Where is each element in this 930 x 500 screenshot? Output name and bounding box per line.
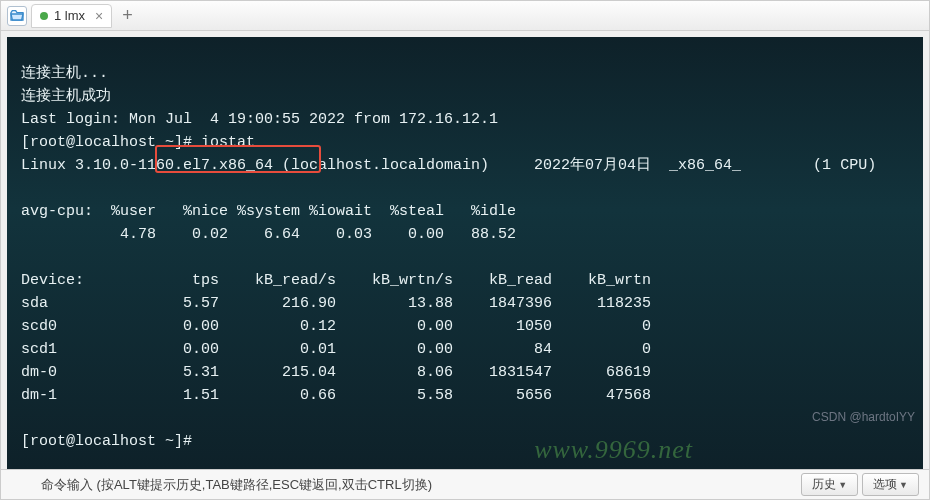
bottom-bar: 命令输入 (按ALT键提示历史,TAB键路径,ESC键返回,双击CTRL切换) … (1, 469, 929, 499)
watermark-csdn: CSDN @hardtoIYY (812, 410, 915, 424)
tab-bar: 1 lmx × + (1, 1, 929, 31)
open-folder-button[interactable] (7, 6, 27, 26)
folder-open-icon (9, 8, 25, 24)
status-dot-icon (40, 12, 48, 20)
history-button[interactable]: 历史 ▼ (801, 473, 858, 496)
tab-session-1[interactable]: 1 lmx × (31, 4, 112, 28)
chevron-down-icon: ▼ (838, 480, 847, 490)
command-input-hint[interactable]: 命令输入 (按ALT键提示历史,TAB键路径,ESC键返回,双击CTRL切换) (11, 476, 797, 494)
options-button[interactable]: 选项 ▼ (862, 473, 919, 496)
tab-label: 1 lmx (54, 8, 85, 23)
add-tab-button[interactable]: + (116, 5, 139, 26)
terminal-panel[interactable]: 连接主机... 连接主机成功 Last login: Mon Jul 4 19:… (7, 37, 923, 469)
tab-close-button[interactable]: × (95, 8, 103, 24)
terminal-output: 连接主机... 连接主机成功 Last login: Mon Jul 4 19:… (7, 52, 923, 454)
chevron-down-icon: ▼ (899, 480, 908, 490)
